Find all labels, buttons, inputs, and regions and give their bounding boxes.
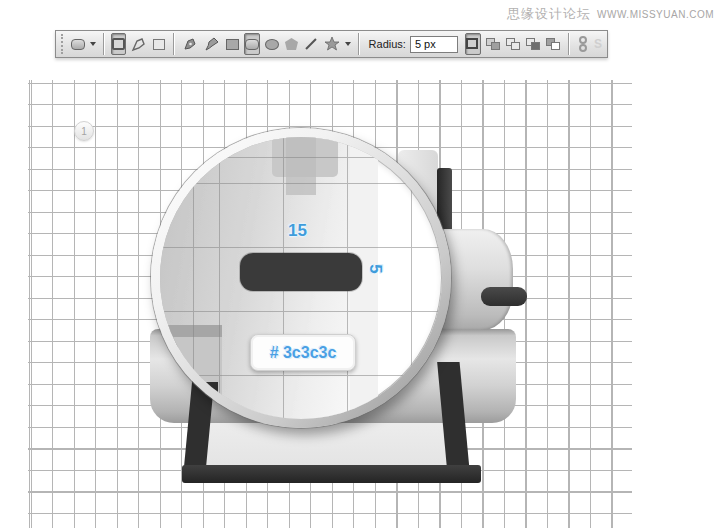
paths-mode-button[interactable] xyxy=(130,33,148,55)
toolbar-separator xyxy=(173,33,174,55)
watermark: 思缘设计论坛 WWW.MISSYUAN.COM xyxy=(507,5,714,23)
fill-pixels-icon xyxy=(153,39,165,50)
paths-pen-icon xyxy=(131,36,147,52)
toolbar-separator xyxy=(358,33,359,55)
add-shape-area-icon xyxy=(486,38,500,50)
photoshop-canvas-screenshot: 思缘设计论坛 WWW.MISSYUAN.COM xyxy=(0,0,720,528)
tool-options-bar: Radius: S xyxy=(55,30,608,58)
line-tool-button[interactable] xyxy=(303,33,319,55)
toolbar-separator xyxy=(103,33,104,55)
watermark-site-name: 思缘设计论坛 xyxy=(507,5,591,23)
subtract-shape-area-icon xyxy=(506,38,520,50)
color-value-tooltip: # 3c3c3c xyxy=(250,334,356,371)
color-hex-value: # 3c3c3c xyxy=(270,344,337,362)
shape-options-caret-icon[interactable] xyxy=(345,42,351,46)
toolbar-grip-handle[interactable] xyxy=(61,34,64,54)
shape-layers-mode-button[interactable] xyxy=(111,33,126,55)
magnifier-loupe: 15 5 # 3c3c3c xyxy=(151,128,451,428)
intersect-shape-areas-button[interactable] xyxy=(525,33,541,55)
rounded-rectangle-preset-icon xyxy=(71,39,85,50)
custom-shape-tool-button[interactable] xyxy=(323,33,341,55)
style-label-cropped: S xyxy=(594,37,602,51)
shape-layers-icon xyxy=(112,38,125,50)
rounded-rectangle-slot-shape xyxy=(240,253,362,291)
polygon-tool-button[interactable] xyxy=(284,33,299,55)
tool-preset-button[interactable] xyxy=(70,33,86,55)
slot-width-label: 15 xyxy=(288,221,307,241)
step-number: 1 xyxy=(81,126,87,137)
link-shapes-button[interactable] xyxy=(576,33,590,55)
rectangle-tool-icon xyxy=(226,39,239,50)
create-new-shape-layer-button[interactable] xyxy=(465,33,481,55)
freeform-pen-tool-button[interactable] xyxy=(203,33,221,55)
slot-height-label: 5 xyxy=(365,264,385,273)
fill-pixels-mode-button[interactable] xyxy=(152,33,166,55)
pen-tool-icon xyxy=(182,36,198,52)
ellipse-tool-button[interactable] xyxy=(264,33,280,55)
exclude-overlapping-areas-icon xyxy=(546,38,560,50)
freeform-pen-tool-icon xyxy=(204,36,220,52)
watermark-site-url: WWW.MISSYUAN.COM xyxy=(597,9,714,20)
subtract-from-shape-area-button[interactable] xyxy=(505,33,521,55)
rounded-rectangle-tool-button[interactable] xyxy=(244,33,260,55)
new-shape-layer-icon xyxy=(466,38,480,50)
magnifier-loupe-view: 15 5 # 3c3c3c xyxy=(160,137,442,419)
preset-dropdown-caret-icon[interactable] xyxy=(90,42,96,46)
exclude-overlapping-areas-button[interactable] xyxy=(545,33,561,55)
line-tool-icon xyxy=(305,38,316,49)
step-number-badge: 1 xyxy=(74,121,94,141)
rectangle-tool-button[interactable] xyxy=(225,33,240,55)
pen-tool-button[interactable] xyxy=(181,33,199,55)
polygon-tool-icon xyxy=(285,38,298,50)
radius-option: Radius: xyxy=(369,36,458,53)
machine-side-cylinder-shape xyxy=(441,229,513,330)
link-chain-icon xyxy=(579,36,587,52)
intersect-shape-areas-icon xyxy=(526,38,540,50)
machine-handle-knob-shape xyxy=(481,287,527,306)
machine-stand-base-shape xyxy=(182,465,481,483)
radius-label: Radius: xyxy=(369,38,406,50)
rounded-rectangle-tool-icon xyxy=(245,39,259,50)
toolbar-separator xyxy=(568,33,569,55)
add-to-shape-area-button[interactable] xyxy=(485,33,501,55)
radius-input[interactable] xyxy=(410,36,458,53)
custom-shape-star-icon xyxy=(324,36,340,52)
ellipse-tool-icon xyxy=(265,39,279,50)
